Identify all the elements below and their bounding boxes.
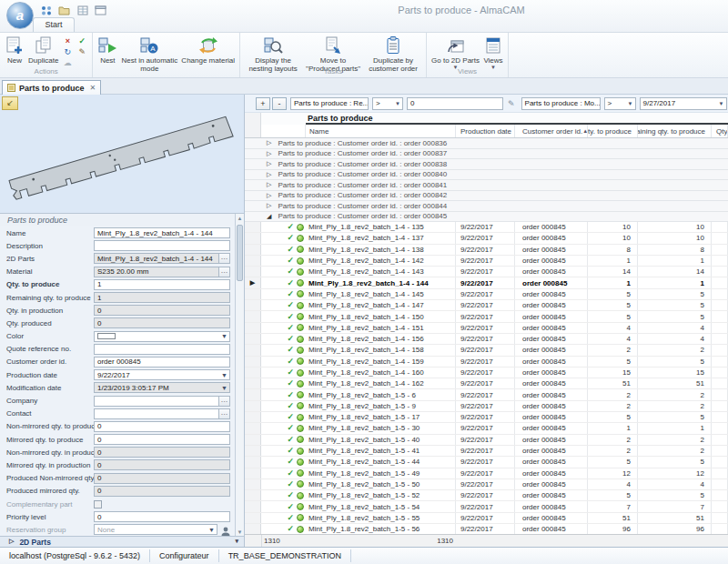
row-selector[interactable] — [245, 479, 261, 489]
table-row[interactable]: ✓Mint_Ply_1.8_rev2_batch_1-4 - 1599/22/2… — [245, 357, 728, 368]
row-selector[interactable] — [245, 233, 261, 243]
field-input[interactable]: order 000845 — [94, 357, 230, 368]
column-header-remaining-qty[interactable]: Remaining qty. to produce — [638, 125, 712, 137]
field-input[interactable]: 1/23/2019 3:05:17 PM▼ — [94, 382, 230, 393]
table-row[interactable]: ✓Mint_Ply_1.8_rev2_batch_1-4 - 1509/22/2… — [245, 311, 728, 322]
filter1-field-select[interactable]: Parts to produce : Re...▼ — [290, 97, 369, 110]
group-row[interactable]: ▷Parts to produce : Customer order id. :… — [245, 149, 728, 160]
table-row[interactable]: ✓Mint_Ply_1.8_rev2_batch_1-5 - 509/22/20… — [245, 479, 728, 490]
ribbon-button-nest-in-automatic-mode[interactable]: ANest in automatic mode — [119, 34, 179, 67]
field-input[interactable]: 0 — [94, 434, 230, 445]
ribbon-button-move-to-produced-parts[interactable]: Move to "Produced parts" — [303, 34, 363, 67]
table-row[interactable]: ✓Mint_Ply_1.8_rev2_batch_1-5 - 499/22/20… — [245, 468, 728, 479]
row-selector[interactable] — [245, 412, 261, 422]
ribbon-button-duplicate[interactable]: Duplicate — [26, 34, 60, 67]
row-selector[interactable] — [245, 345, 261, 355]
table-row[interactable]: ✓Mint_Ply_1.8_rev2_batch_1-5 - 569/22/20… — [245, 524, 728, 534]
table-row[interactable]: ✓Mint_Ply_1.8_rev2_batch_1-5 - 179/22/20… — [245, 412, 728, 423]
table-row[interactable]: ▶✓Mint_Ply_1.8_rev2_batch_1-4 - 1449/22/… — [245, 277, 728, 288]
expand-icon[interactable]: ▷ — [267, 160, 271, 167]
row-selector[interactable] — [245, 378, 261, 388]
tab-parts-to-produce[interactable]: Parts to produce ✕ — [2, 80, 101, 95]
field-input[interactable]: ▼ — [94, 331, 230, 342]
table-row[interactable]: ✓Mint_Ply_1.8_rev2_batch_1-4 - 1379/22/2… — [245, 233, 728, 244]
group-row[interactable]: ◢Parts to produce : Customer order id. :… — [245, 212, 728, 223]
field-input[interactable] — [94, 344, 230, 355]
table-row[interactable]: ✓Mint_Ply_1.8_rev2_batch_1-5 - 449/22/20… — [245, 457, 728, 468]
ribbon-button-views[interactable]: Views▼ — [481, 34, 505, 67]
filter1-value-input[interactable] — [407, 97, 503, 110]
filter1-operator-select[interactable]: >▼ — [372, 97, 403, 110]
ribbon-button-change-material[interactable]: Change material — [179, 34, 237, 67]
row-selector[interactable] — [245, 457, 261, 467]
expand-icon[interactable]: ▷ — [267, 171, 271, 178]
field-input[interactable]: 1 — [94, 292, 230, 303]
filter2-value-select[interactable]: 9/27/2017▼ — [640, 97, 727, 110]
field-input[interactable]: 0 — [94, 486, 230, 497]
row-selector[interactable] — [245, 289, 261, 299]
ellipsis-button[interactable]: … — [218, 267, 229, 277]
row-selector[interactable] — [245, 490, 261, 500]
group-row[interactable]: ▷Parts to produce : Customer order id. :… — [245, 170, 728, 181]
ribbon-button-nest[interactable]: Nest — [96, 34, 119, 67]
filter2-operator-select[interactable]: >▼ — [604, 97, 636, 110]
row-selector[interactable] — [245, 468, 261, 478]
table-row[interactable]: ✓Mint_Ply_1.8_rev2_batch_1-4 - 1569/22/2… — [245, 334, 728, 345]
column-header-customer-order[interactable]: Customer order id. ▲ — [515, 125, 588, 137]
chevron-down-icon[interactable]: ▼ — [219, 385, 229, 391]
add-filter-button[interactable]: + — [256, 97, 270, 110]
ribbon-button-new[interactable]: New — [3, 34, 26, 67]
column-header-qty-in[interactable]: Qty. in — [712, 125, 728, 137]
group-row[interactable]: ▷Parts to produce : Customer order id. :… — [245, 201, 728, 212]
chevron-down-icon[interactable]: ▼ — [219, 333, 229, 339]
table-row[interactable]: ✓Mint_Ply_1.8_rev2_batch_1-4 - 1459/22/2… — [245, 289, 728, 300]
row-selector[interactable] — [245, 368, 261, 378]
column-header-qty[interactable]: Qty. to produce — [588, 125, 638, 137]
table-row[interactable]: ✓Mint_Ply_1.8_rev2_batch_1-4 - 1429/22/2… — [245, 256, 728, 267]
table-row[interactable]: ✓Mint_Ply_1.8_rev2_batch_1-4 - 1389/22/2… — [245, 245, 728, 256]
table-row[interactable]: ✓Mint_Ply_1.8_rev2_batch_1-5 - 309/22/20… — [245, 423, 728, 434]
ribbon-button-go-to-2d-parts[interactable]: Go to 2D Parts▼ — [430, 34, 481, 67]
field-input[interactable]: 0 — [94, 511, 230, 522]
scroll-up-icon[interactable]: ▲ — [236, 214, 244, 223]
table-row[interactable]: ✓Mint_Ply_1.8_rev2_batch_1-4 - 1359/22/2… — [245, 222, 728, 233]
table-row[interactable]: ✓Mint_Ply_1.8_rev2_batch_1-5 - 529/22/20… — [245, 490, 728, 501]
column-header-name[interactable]: Name — [306, 125, 456, 137]
table-row[interactable]: ✓Mint_Ply_1.8_rev2_batch_1-4 - 1439/22/2… — [245, 267, 728, 277]
row-selector[interactable] — [245, 334, 261, 344]
row-selector[interactable] — [245, 501, 261, 511]
ellipsis-button[interactable]: … — [218, 254, 229, 263]
filter2-field-select[interactable]: Parts to produce : Mo...▼ — [521, 97, 601, 110]
almacam-logo-icon[interactable]: a — [6, 2, 34, 29]
section-2d-parts[interactable]: ▷ 2D Parts ▾ — [0, 536, 244, 547]
table-row[interactable]: ✓Mint_Ply_1.8_rev2_batch_1-5 - 549/22/20… — [245, 501, 728, 512]
row-selector[interactable] — [245, 300, 261, 310]
table-row[interactable]: ✓Mint_Ply_1.8_rev2_batch_1-5 - 69/22/201… — [245, 389, 728, 400]
row-selector[interactable] — [245, 256, 261, 266]
field-input[interactable]: 0 — [94, 317, 230, 328]
ellipsis-button[interactable]: … — [218, 397, 229, 406]
expand-icon[interactable]: ▷ — [267, 150, 271, 157]
row-selector[interactable]: ▶ — [245, 277, 261, 287]
field-input[interactable]: 1 — [94, 279, 230, 290]
delete-icon[interactable]: × — [62, 36, 73, 46]
expand-icon[interactable]: ▷ — [267, 181, 271, 188]
group-row[interactable]: ▷Parts to produce : Customer order id. :… — [245, 159, 728, 170]
field-input[interactable]: 0 — [94, 421, 230, 432]
ribbon-button-duplicate-by-customer-order[interactable]: Duplicate by customer order — [363, 34, 423, 67]
table-row[interactable]: ✓Mint_Ply_1.8_rev2_batch_1-4 - 1589/22/2… — [245, 345, 728, 356]
field-input[interactable]: 0 — [94, 305, 230, 316]
reservation-group-icon[interactable] — [220, 524, 231, 535]
refresh-icon[interactable]: ↻ — [62, 47, 73, 57]
field-input[interactable]: Mint_Ply_1.8_rev2_batch_1-4 - 144 — [94, 227, 230, 238]
row-selector[interactable] — [245, 389, 261, 399]
row-selector[interactable] — [245, 513, 261, 523]
panel-scrollbar[interactable]: ▲ ▼ — [235, 214, 244, 537]
row-selector[interactable] — [245, 423, 261, 433]
field-input[interactable] — [94, 240, 230, 251]
table-row[interactable]: ✓Mint_Ply_1.8_rev2_batch_1-5 - 559/22/20… — [245, 513, 728, 524]
ribbon-tab-start[interactable]: Start — [33, 17, 75, 32]
cloud-icon[interactable]: ☁ — [62, 58, 73, 68]
expand-icon[interactable]: ▷ — [267, 139, 271, 146]
row-selector[interactable] — [245, 245, 261, 255]
